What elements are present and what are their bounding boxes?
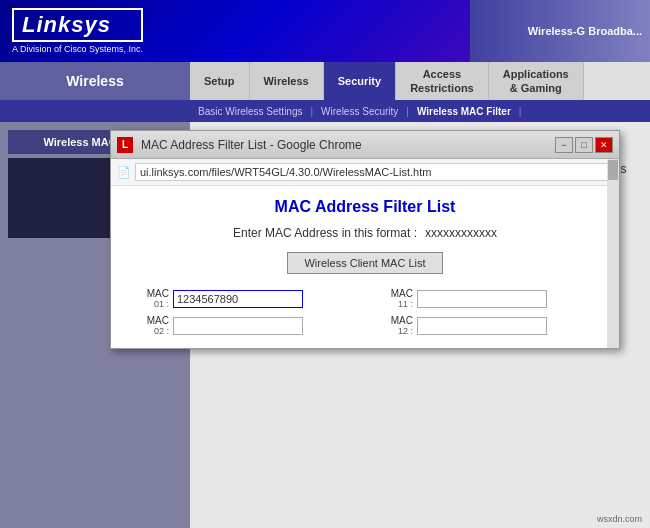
address-input[interactable] [135, 163, 613, 181]
client-list-button[interactable]: Wireless Client MAC List [287, 252, 442, 274]
popup-addressbar: 📄 [111, 159, 619, 186]
mac-number-11: 11 : [375, 299, 413, 309]
popup-title: MAC Address Filter List - Google Chrome [141, 138, 555, 152]
mac-format-label: Enter MAC Address in this format : [233, 226, 417, 240]
popup-body: MAC Address Filter List Enter MAC Addres… [111, 186, 619, 348]
mac-label-11: MAC [375, 288, 413, 299]
mac-field-01: MAC 01 : [131, 288, 355, 309]
popup-heading: MAC Address Filter List [131, 198, 599, 216]
mac-field-11: MAC 11 : [375, 288, 599, 309]
popup-titlebar: L MAC Address Filter List - Google Chrom… [111, 131, 619, 159]
tab-access[interactable]: AccessRestrictions [396, 62, 489, 100]
scrollbar-thumb[interactable] [608, 160, 618, 180]
subnav-mac[interactable]: Wireless MAC Filter [409, 106, 519, 117]
maximize-button[interactable]: □ [575, 137, 593, 153]
logo-area: Linksys A Division of Cisco Systems, Inc… [12, 8, 143, 54]
mac-input-12[interactable] [417, 317, 547, 335]
sep-3: | [519, 106, 522, 117]
page-icon: 📄 [117, 166, 131, 179]
mac-format-row: Enter MAC Address in this format : xxxxx… [131, 226, 599, 240]
linksys-sub: A Division of Cisco Systems, Inc. [12, 44, 143, 54]
main-nav: Wireless Setup Wireless Security AccessR… [0, 62, 650, 100]
watermark: wsxdn.com [597, 514, 642, 524]
mac-label-02: MAC [131, 315, 169, 326]
subnav-basic[interactable]: Basic Wireless Settings [190, 106, 310, 117]
mac-number-02: 02 : [131, 326, 169, 336]
popup-controls: − □ ✕ [555, 137, 613, 153]
minimize-button[interactable]: − [555, 137, 573, 153]
header-right: Wireless-G Broadba... [470, 0, 650, 62]
section-label: Wireless [0, 62, 190, 100]
close-button[interactable]: ✕ [595, 137, 613, 153]
mac-field-12: MAC 12 : [375, 315, 599, 336]
mac-input-01[interactable] [173, 290, 303, 308]
tab-wireless[interactable]: Wireless [250, 62, 324, 100]
mac-format-value: xxxxxxxxxxxx [425, 226, 497, 240]
popup-window: L MAC Address Filter List - Google Chrom… [110, 130, 620, 349]
mac-label-12: MAC [375, 315, 413, 326]
tab-security[interactable]: Security [324, 62, 396, 100]
popup-scrollbar[interactable] [607, 159, 619, 348]
subnav-wsecurity[interactable]: Wireless Security [313, 106, 406, 117]
tab-apps[interactable]: Applications& Gaming [489, 62, 584, 100]
linksys-logo: Linksys [12, 8, 143, 42]
popup-browser-icon: L [117, 137, 133, 153]
mac-label-01: MAC [131, 288, 169, 299]
mac-column-left: MAC 01 : MAC 02 : [131, 288, 355, 336]
mac-input-11[interactable] [417, 290, 547, 308]
mac-number-01: 01 : [131, 299, 169, 309]
main-content: Wireless MAC Filter Wireless MAC Filter … [0, 122, 650, 528]
product-name: Wireless-G Broadba... [528, 25, 642, 37]
mac-fields: MAC 01 : MAC 02 : [131, 288, 599, 336]
tab-setup[interactable]: Setup [190, 62, 250, 100]
header: Linksys A Division of Cisco Systems, Inc… [0, 0, 650, 62]
mac-field-02: MAC 02 : [131, 315, 355, 336]
nav-tabs: Setup Wireless Security AccessRestrictio… [190, 62, 650, 100]
mac-column-right: MAC 11 : MAC 12 : [375, 288, 599, 336]
mac-number-12: 12 : [375, 326, 413, 336]
sub-nav: Basic Wireless Settings | Wireless Secur… [0, 100, 650, 122]
mac-input-02[interactable] [173, 317, 303, 335]
